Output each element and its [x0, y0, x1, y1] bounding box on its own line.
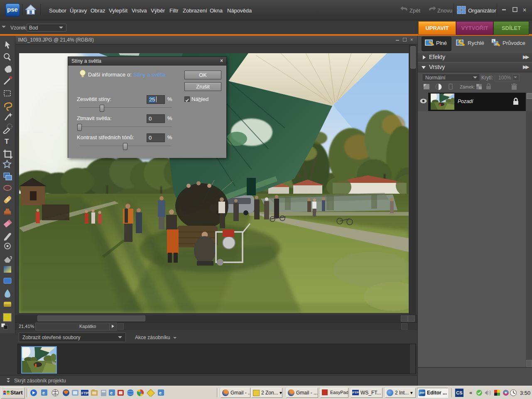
svg-text:T: T [5, 138, 9, 145]
svg-text:e: e [110, 390, 113, 395]
svg-text:FTP: FTP [81, 391, 88, 395]
svg-text:e: e [42, 390, 45, 395]
svg-text:e: e [159, 390, 162, 395]
